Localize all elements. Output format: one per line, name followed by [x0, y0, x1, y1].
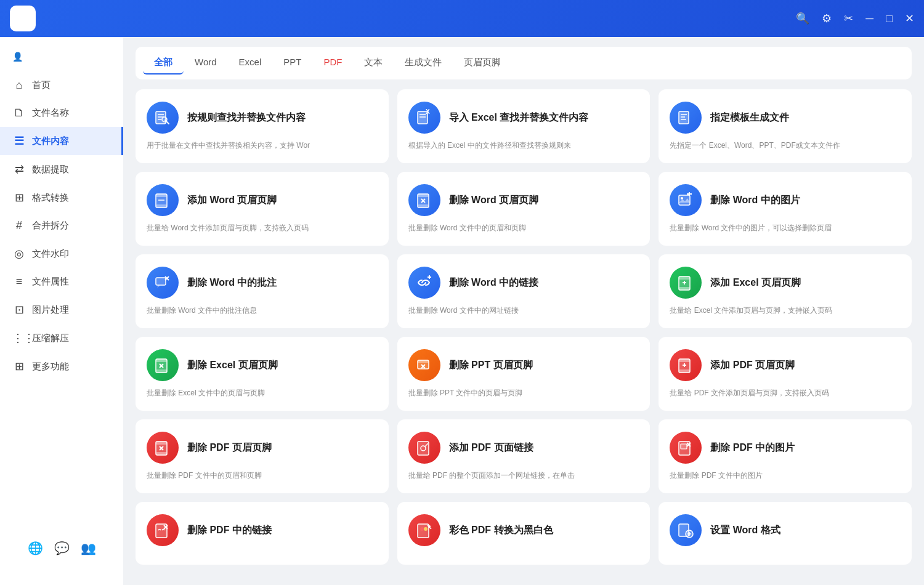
card-header: 添加 Excel 页眉页脚 [670, 267, 901, 299]
card-icon [408, 267, 440, 299]
card-desc: 批量删除 PPT 文件中的页眉与页脚 [408, 387, 639, 398]
card-template-gen[interactable]: 指定模板生成文件 先指定一个 Excel、Word、PPT、PDF或文本文件作 [659, 89, 912, 163]
card-add-excel-header[interactable]: 添加 Excel 页眉页脚 批量给 Excel 文件添加页眉与页脚，支持嵌入页码 [659, 254, 912, 328]
card-title: 彩色 PDF 转换为黑白色 [449, 524, 553, 537]
card-del-pdf-image[interactable]: 删除 PDF 中的图片 批量删除 PDF 文件中的图片 [659, 419, 912, 493]
card-icon [147, 432, 179, 464]
settings-icon[interactable]: ⚙ [822, 12, 832, 25]
svg-text:X: X [426, 109, 430, 115]
card-header: 设置 Word 格式 [670, 514, 901, 546]
card-set-word-format[interactable]: 设置 Word 格式 [659, 502, 912, 565]
card-title: 添加 PDF 页眉页脚 [710, 359, 795, 372]
sidebar-item-compress[interactable]: ⋮⋮ 压缩解压 [0, 324, 123, 352]
people-icon[interactable]: 👥 [81, 541, 96, 555]
scissors-icon[interactable]: ✂ [844, 12, 853, 25]
home-icon: ⌂ [12, 79, 26, 92]
sidebar-item-imageproc[interactable]: ⊡ 图片处理 [0, 296, 123, 324]
card-desc: 批量给 Excel 文件添加页眉与页脚，支持嵌入页码 [670, 305, 901, 316]
card-title: 导入 Excel 查找并替换文件内容 [449, 111, 589, 124]
sidebar-item-label: 图片处理 [32, 304, 69, 316]
sidebar-item-filecontent[interactable]: ☰ 文件内容 [0, 127, 123, 155]
card-icon [670, 102, 702, 134]
card-add-word-header[interactable]: 添加 Word 页眉页脚 批量给 Word 文件添加页眉与页脚，支持嵌入页码 [136, 172, 389, 246]
sidebar-item-label: 格式转换 [32, 192, 69, 204]
card-icon [670, 184, 702, 216]
card-icon: X [408, 102, 440, 134]
sidebar-item-formatconvert[interactable]: ⊞ 格式转换 [0, 184, 123, 212]
close-icon[interactable]: ✕ [905, 12, 914, 25]
sidebar-item-label: 首页 [32, 79, 51, 91]
sidebar-item-mergesplit[interactable]: # 合并拆分 [0, 212, 123, 240]
card-icon [147, 102, 179, 134]
card-header: 添加 PDF 页面链接 [408, 432, 639, 464]
card-add-pdf-pagelink[interactable]: 添加 PDF 页面链接 批量给 PDF 的整个页面添加一个网址链接，在单击 [397, 419, 650, 493]
tab-ppt[interactable]: PPT [272, 52, 312, 75]
image-icon: ⊡ [12, 303, 26, 317]
card-del-pdf-link[interactable]: 删除 PDF 中的链接 [136, 502, 389, 565]
sidebar-footer [0, 565, 123, 575]
card-del-word-image[interactable]: 删除 Word 中的图片 批量删除 Word 文件中的图片，可以选择删除页眉 [659, 172, 912, 246]
card-title: 删除 PPT 页眉页脚 [449, 359, 533, 372]
svg-rect-66 [418, 524, 429, 538]
card-header: 删除 Word 中的批注 [147, 267, 378, 299]
card-desc: 批量给 PDF 的整个页面添加一个网址链接，在单击 [408, 470, 639, 481]
tab-excel[interactable]: Excel [228, 52, 273, 75]
card-desc: 批量给 Word 文件添加页眉与页脚，支持嵌入页码 [147, 222, 378, 233]
card-excel-import-replace[interactable]: X 导入 Excel 查找并替换文件内容 根据导入的 Excel 中的文件路径和… [397, 89, 650, 163]
maximize-icon[interactable]: □ [886, 12, 893, 25]
svg-rect-16 [156, 204, 167, 208]
sidebar-item-more[interactable]: ⊞ 更多功能 [0, 352, 123, 381]
search-icon[interactable]: 🔍 [796, 12, 809, 25]
card-desc: 批量给 PDF 文件添加页眉与页脚，支持嵌入页码 [670, 387, 901, 398]
card-del-word-comment[interactable]: 删除 Word 中的批注 批量删除 Word 文件中的批注信息 [136, 254, 389, 328]
svg-point-67 [420, 527, 424, 531]
card-icon [408, 349, 440, 381]
card-del-word-header[interactable]: 删除 Word 页眉页脚 批量删除 Word 文件中的页眉和页脚 [397, 172, 650, 246]
sidebar-item-home[interactable]: ⌂ 首页 [0, 71, 123, 99]
prop-icon: ≡ [12, 275, 26, 288]
tab-pdf[interactable]: PDF [312, 52, 353, 75]
main-content: 全部 Word Excel PPT PDF 文本 生成文件 页眉页脚 按规则查找… [123, 37, 924, 585]
card-header: 删除 PDF 中的链接 [147, 514, 378, 546]
tab-all[interactable]: 全部 [143, 52, 184, 75]
svg-rect-19 [418, 194, 429, 197]
card-del-word-link[interactable]: 删除 Word 中的链接 批量删除 Word 文件中的网址链接 [397, 254, 650, 328]
card-desc: 先指定一个 Excel、Word、PPT、PDF或文本文件作 [670, 140, 901, 151]
content-icon: ☰ [12, 134, 26, 148]
svg-point-24 [681, 197, 683, 200]
login-button[interactable]: 👤 [0, 47, 123, 71]
card-title: 删除 PDF 页眉页脚 [187, 442, 272, 454]
sidebar-item-watermark[interactable]: ◎ 文件水印 [0, 240, 123, 268]
user-icon: 👤 [12, 52, 23, 62]
minimize-icon[interactable]: ─ [865, 12, 873, 25]
browser-icon[interactable]: 🌐 [28, 541, 43, 555]
svg-rect-15 [156, 194, 167, 197]
svg-point-68 [424, 527, 428, 531]
card-title: 删除 Excel 页眉页脚 [187, 359, 278, 372]
tab-text[interactable]: 文本 [353, 52, 394, 75]
card-del-ppt-header[interactable]: 删除 PPT 页眉页脚 批量删除 PPT 文件中的页眉与页脚 [397, 337, 650, 411]
tab-word[interactable]: Word [184, 52, 228, 75]
tab-headerfoot[interactable]: 页眉页脚 [453, 52, 512, 75]
tab-genfile[interactable]: 生成文件 [394, 52, 453, 75]
card-title: 删除 PDF 中的链接 [187, 524, 272, 537]
sidebar-item-fileprop[interactable]: ≡ 文件属性 [0, 268, 123, 296]
card-header: 按规则查找并替换文件内容 [147, 102, 378, 134]
card-add-pdf-header[interactable]: 添加 PDF 页眉页脚 批量给 PDF 文件添加页眉与页脚，支持嵌入页码 [659, 337, 912, 411]
card-del-excel-header[interactable]: 删除 Excel 页眉页脚 批量删除 Excel 文件中的页眉与页脚 [136, 337, 389, 411]
card-header: 删除 Word 页眉页脚 [408, 184, 639, 216]
svg-rect-53 [156, 452, 167, 455]
card-desc: 批量删除 Word 文件中的批注信息 [147, 305, 378, 316]
svg-rect-33 [679, 276, 690, 280]
card-pdf-color-to-bw[interactable]: 彩色 PDF 转换为黑白色 [397, 502, 650, 565]
card-icon [147, 514, 179, 546]
card-title: 添加 PDF 页面链接 [449, 442, 533, 454]
card-del-pdf-header[interactable]: 删除 PDF 页眉页脚 批量删除 PDF 文件中的页眉和页脚 [136, 419, 389, 493]
chat-icon[interactable]: 💬 [54, 541, 70, 555]
card-icon [408, 184, 440, 216]
sidebar-item-filename[interactable]: 🗋 文件名称 [0, 99, 123, 127]
sidebar-item-dataextract[interactable]: ⇄ 数据提取 [0, 155, 123, 184]
sidebar-item-label: 数据提取 [32, 164, 69, 176]
card-rule-find-replace[interactable]: 按规则查找并替换文件内容 用于批量在文件中查找并替换相关内容，支持 Wor [136, 89, 389, 163]
tab-bar: 全部 Word Excel PPT PDF 文本 生成文件 页眉页脚 [136, 47, 912, 79]
